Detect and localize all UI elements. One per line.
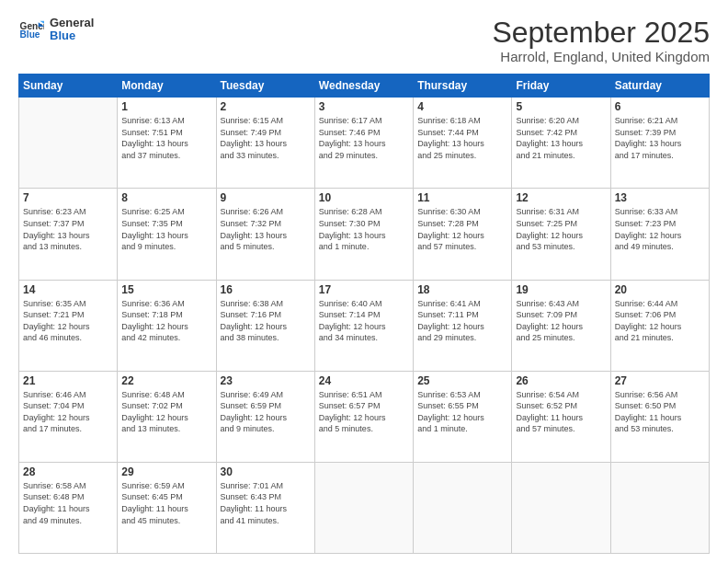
calendar-page: General Blue General Blue September 2025…: [0, 0, 728, 563]
table-row: 9Sunrise: 6:26 AM Sunset: 7:32 PM Daylig…: [216, 189, 314, 280]
table-row: 15Sunrise: 6:36 AM Sunset: 7:18 PM Dayli…: [118, 280, 216, 371]
day-number: 21: [23, 374, 113, 387]
logo-line1: General: [50, 17, 94, 29]
table-row: 24Sunrise: 6:51 AM Sunset: 6:57 PM Dayli…: [314, 371, 413, 462]
day-number: 30: [221, 465, 311, 478]
day-info: Sunrise: 6:48 AM Sunset: 7:02 PM Dayligh…: [121, 389, 211, 435]
day-number: 23: [221, 374, 311, 387]
day-number: 18: [417, 283, 507, 296]
col-sunday: Sunday: [19, 75, 118, 98]
day-info: Sunrise: 6:18 AM Sunset: 7:44 PM Dayligh…: [417, 115, 507, 161]
calendar-row: 28Sunrise: 6:58 AM Sunset: 6:48 PM Dayli…: [19, 462, 710, 553]
day-number: 8: [121, 191, 211, 204]
day-number: 4: [417, 100, 507, 113]
calendar-header-row: Sunday Monday Tuesday Wednesday Thursday…: [19, 75, 710, 98]
table-row: 8Sunrise: 6:25 AM Sunset: 7:35 PM Daylig…: [118, 189, 216, 280]
table-row: 11Sunrise: 6:30 AM Sunset: 7:28 PM Dayli…: [414, 189, 512, 280]
subtitle: Harrold, England, United Kingdom: [492, 49, 710, 64]
table-row: [512, 462, 610, 553]
day-info: Sunrise: 6:36 AM Sunset: 7:18 PM Dayligh…: [121, 298, 211, 344]
table-row: 29Sunrise: 6:59 AM Sunset: 6:45 PM Dayli…: [118, 462, 216, 553]
table-row: 6Sunrise: 6:21 AM Sunset: 7:39 PM Daylig…: [610, 98, 709, 189]
day-info: Sunrise: 6:58 AM Sunset: 6:48 PM Dayligh…: [23, 480, 113, 526]
day-info: Sunrise: 6:25 AM Sunset: 7:35 PM Dayligh…: [121, 206, 211, 252]
calendar-row: 14Sunrise: 6:35 AM Sunset: 7:21 PM Dayli…: [19, 280, 710, 371]
day-info: Sunrise: 6:44 AM Sunset: 7:06 PM Dayligh…: [615, 298, 705, 344]
table-row: 4Sunrise: 6:18 AM Sunset: 7:44 PM Daylig…: [414, 98, 512, 189]
col-saturday: Saturday: [610, 75, 709, 98]
day-number: 9: [221, 191, 311, 204]
day-number: 20: [615, 283, 705, 296]
day-info: Sunrise: 6:13 AM Sunset: 7:51 PM Dayligh…: [121, 115, 211, 161]
day-number: 5: [516, 100, 606, 113]
header: General Blue General Blue September 2025…: [18, 17, 710, 64]
day-number: 26: [516, 374, 606, 387]
table-row: 12Sunrise: 6:31 AM Sunset: 7:25 PM Dayli…: [512, 189, 610, 280]
calendar-table: Sunday Monday Tuesday Wednesday Thursday…: [18, 74, 710, 554]
day-info: Sunrise: 6:51 AM Sunset: 6:57 PM Dayligh…: [319, 389, 409, 435]
day-info: Sunrise: 6:40 AM Sunset: 7:14 PM Dayligh…: [319, 298, 409, 344]
day-info: Sunrise: 6:26 AM Sunset: 7:32 PM Dayligh…: [221, 206, 311, 252]
day-number: 10: [319, 191, 409, 204]
table-row: 7Sunrise: 6:23 AM Sunset: 7:37 PM Daylig…: [19, 189, 118, 280]
day-info: Sunrise: 6:38 AM Sunset: 7:16 PM Dayligh…: [221, 298, 311, 344]
calendar-row: 7Sunrise: 6:23 AM Sunset: 7:37 PM Daylig…: [19, 189, 710, 280]
day-info: Sunrise: 6:15 AM Sunset: 7:49 PM Dayligh…: [221, 115, 311, 161]
calendar-row: 1Sunrise: 6:13 AM Sunset: 7:51 PM Daylig…: [19, 98, 710, 189]
day-number: 6: [615, 100, 705, 113]
day-info: Sunrise: 6:28 AM Sunset: 7:30 PM Dayligh…: [319, 206, 409, 252]
day-number: 24: [319, 374, 409, 387]
table-row: 28Sunrise: 6:58 AM Sunset: 6:48 PM Dayli…: [19, 462, 118, 553]
day-number: 1: [121, 100, 211, 113]
day-info: Sunrise: 6:49 AM Sunset: 6:59 PM Dayligh…: [221, 389, 311, 435]
day-number: 22: [121, 374, 211, 387]
table-row: 19Sunrise: 6:43 AM Sunset: 7:09 PM Dayli…: [512, 280, 610, 371]
day-number: 14: [23, 283, 113, 296]
day-number: 16: [221, 283, 311, 296]
month-title: September 2025: [492, 17, 710, 49]
day-info: Sunrise: 6:21 AM Sunset: 7:39 PM Dayligh…: [615, 115, 705, 161]
table-row: 25Sunrise: 6:53 AM Sunset: 6:55 PM Dayli…: [414, 371, 512, 462]
table-row: 2Sunrise: 6:15 AM Sunset: 7:49 PM Daylig…: [216, 98, 314, 189]
day-number: 11: [417, 191, 507, 204]
day-number: 29: [121, 465, 211, 478]
day-number: 13: [615, 191, 705, 204]
logo-line2: Blue: [50, 29, 94, 42]
table-row: 23Sunrise: 6:49 AM Sunset: 6:59 PM Dayli…: [216, 371, 314, 462]
table-row: 1Sunrise: 6:13 AM Sunset: 7:51 PM Daylig…: [118, 98, 216, 189]
col-wednesday: Wednesday: [314, 75, 413, 98]
table-row: 3Sunrise: 6:17 AM Sunset: 7:46 PM Daylig…: [314, 98, 413, 189]
title-block: September 2025 Harrold, England, United …: [492, 17, 710, 64]
svg-text:Blue: Blue: [20, 30, 40, 40]
day-info: Sunrise: 6:35 AM Sunset: 7:21 PM Dayligh…: [23, 298, 113, 344]
day-info: Sunrise: 6:23 AM Sunset: 7:37 PM Dayligh…: [23, 206, 113, 252]
day-info: Sunrise: 6:17 AM Sunset: 7:46 PM Dayligh…: [319, 115, 409, 161]
col-monday: Monday: [118, 75, 216, 98]
table-row: 22Sunrise: 6:48 AM Sunset: 7:02 PM Dayli…: [118, 371, 216, 462]
day-number: 7: [23, 191, 113, 204]
day-info: Sunrise: 6:31 AM Sunset: 7:25 PM Dayligh…: [516, 206, 606, 252]
col-thursday: Thursday: [414, 75, 512, 98]
day-number: 15: [121, 283, 211, 296]
table-row: 30Sunrise: 7:01 AM Sunset: 6:43 PM Dayli…: [216, 462, 314, 553]
logo: General Blue General Blue: [18, 17, 94, 43]
day-info: Sunrise: 7:01 AM Sunset: 6:43 PM Dayligh…: [221, 480, 311, 526]
day-info: Sunrise: 6:53 AM Sunset: 6:55 PM Dayligh…: [417, 389, 507, 435]
table-row: [19, 98, 118, 189]
table-row: 17Sunrise: 6:40 AM Sunset: 7:14 PM Dayli…: [314, 280, 413, 371]
day-info: Sunrise: 6:59 AM Sunset: 6:45 PM Dayligh…: [121, 480, 211, 526]
table-row: 18Sunrise: 6:41 AM Sunset: 7:11 PM Dayli…: [414, 280, 512, 371]
logo-icon: General Blue: [18, 17, 44, 42]
table-row: 5Sunrise: 6:20 AM Sunset: 7:42 PM Daylig…: [512, 98, 610, 189]
day-info: Sunrise: 6:33 AM Sunset: 7:23 PM Dayligh…: [615, 206, 705, 252]
table-row: 21Sunrise: 6:46 AM Sunset: 7:04 PM Dayli…: [19, 371, 118, 462]
table-row: [414, 462, 512, 553]
table-row: 27Sunrise: 6:56 AM Sunset: 6:50 PM Dayli…: [610, 371, 709, 462]
day-number: 17: [319, 283, 409, 296]
day-number: 2: [221, 100, 311, 113]
day-number: 28: [23, 465, 113, 478]
table-row: [314, 462, 413, 553]
col-tuesday: Tuesday: [216, 75, 314, 98]
day-number: 25: [417, 374, 507, 387]
day-info: Sunrise: 6:56 AM Sunset: 6:50 PM Dayligh…: [615, 389, 705, 435]
